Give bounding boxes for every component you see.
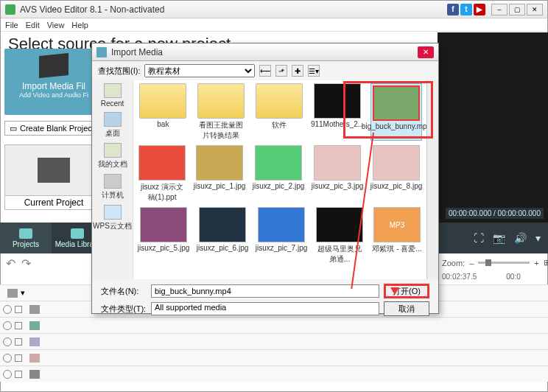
video-track-icon [29, 305, 40, 314]
import-media-tile[interactable]: Import Media Fil Add Video and Audio Fi [4, 49, 103, 115]
menu-help[interactable]: Help [71, 21, 88, 29]
file-item[interactable]: jisuxz_pic_2.jpg [253, 145, 304, 203]
tab-projects[interactable]: Projects [0, 223, 52, 253]
file-grid[interactable]: bak看图王批量图片转换结果软件911Mothers_2...big_buck_… [133, 80, 426, 279]
zoom-slider-thumb[interactable] [485, 259, 491, 266]
cancel-button[interactable]: 取消 [384, 301, 429, 316]
file-label: 邓紫琪 - 喜爱... [372, 244, 421, 254]
file-item[interactable]: MP3邓紫琪 - 喜爱... [372, 207, 422, 265]
main-window: AVS Video Editor 8.1 - Non-activated f t… [0, 0, 548, 392]
place-label: 桌面 [105, 128, 120, 139]
youtube-icon[interactable]: ▶ [474, 4, 485, 15]
place-computer[interactable]: 计算机 [102, 174, 124, 200]
lock-icon[interactable] [15, 371, 22, 378]
file-item[interactable]: jisuxz_pic_1.jpg [194, 145, 245, 203]
file-item[interactable]: big_buck_bunny.mp4 [370, 83, 422, 141]
place-documents[interactable]: 我的文档 [98, 143, 127, 169]
place-wps-cloud[interactable]: WPS云文档 [93, 205, 132, 231]
maximize-button[interactable]: ▢ [509, 4, 525, 15]
video-track-icon [7, 289, 18, 298]
track-row[interactable] [0, 349, 548, 365]
zoom-label: Zoom: [442, 259, 465, 267]
view-button[interactable]: ☰▾ [308, 65, 320, 77]
redo-button[interactable]: ↷ [21, 256, 31, 270]
file-item[interactable]: bak [138, 83, 189, 141]
file-label: 超级马里奥兄弟通... [315, 244, 365, 265]
eye-icon[interactable] [3, 337, 12, 346]
player-controls: ⛶ 📷 🔊 ▾ [438, 223, 548, 253]
menu-file[interactable]: File [5, 21, 18, 29]
cloud-icon [104, 205, 122, 220]
minimize-button[interactable]: – [491, 4, 507, 15]
menu-edit[interactable]: Edit [26, 21, 40, 29]
track-row[interactable] [0, 333, 548, 349]
zoom-slider[interactable] [478, 262, 530, 264]
undo-redo: ↶ ↷ [6, 256, 31, 270]
file-label: jisuxz_pic_7.jpg [256, 244, 308, 252]
file-item[interactable]: 看图王批量图片转换结果 [196, 83, 247, 141]
lookin-label: 查找范围(I): [98, 66, 140, 77]
file-label: big_buck_bunny.mp4 [362, 122, 426, 130]
file-item[interactable]: 超级马里奥兄弟通... [315, 207, 365, 265]
zoom-out-button[interactable]: – [469, 259, 474, 267]
snapshot-icon[interactable]: 📷 [493, 232, 505, 244]
twitter-icon[interactable]: t [460, 4, 472, 15]
file-item[interactable]: 911Mothers_2... [312, 83, 363, 141]
eye-icon[interactable] [3, 354, 12, 363]
facebook-icon[interactable]: f [447, 4, 459, 15]
media-icon [71, 228, 84, 239]
app-title: AVS Video Editor 8.1 - Non-activated [20, 4, 447, 15]
lock-icon[interactable] [15, 322, 22, 329]
scrollbar[interactable] [426, 80, 438, 279]
file-item[interactable]: jisuxz 演示文稿(1).ppt [138, 145, 186, 203]
file-item[interactable]: jisuxz_pic_7.jpg [256, 207, 307, 265]
lock-icon[interactable] [15, 338, 22, 346]
file-item[interactable]: jisuxz_pic_3.jpg [312, 145, 363, 203]
up-button[interactable]: ⬏ [275, 65, 287, 77]
file-item[interactable]: jisuxz_pic_6.jpg [197, 207, 248, 265]
file-item[interactable]: jisuxz_pic_8.jpg [370, 145, 422, 203]
file-item[interactable]: jisuxz_pic_5.jpg [138, 207, 189, 265]
close-button[interactable]: ✕ [527, 4, 543, 15]
track-row[interactable] [0, 365, 548, 382]
folder-icon [104, 83, 122, 98]
file-label: jisuxz_pic_6.jpg [197, 244, 249, 252]
folder-icon [104, 143, 122, 158]
zoom-fit-button[interactable]: ⊞ [544, 258, 548, 267]
menubar: File Edit View Help [1, 18, 547, 32]
undo-button[interactable]: ↶ [6, 256, 15, 270]
zoom-in-button[interactable]: + [534, 259, 538, 267]
dialog-toolbar: 查找范围(I): 教程素材 ⟵ ⬏ ✚ ☰▾ [92, 61, 438, 80]
place-recent[interactable]: Recent [101, 83, 124, 108]
new-folder-button[interactable]: ✚ [292, 65, 303, 77]
file-label: jisuxz_pic_3.jpg [312, 182, 364, 190]
fullscreen-icon[interactable]: ⛶ [474, 232, 484, 244]
back-button[interactable]: ⟵ [259, 65, 271, 77]
chevron-down-icon[interactable]: ▾ [21, 288, 25, 298]
filename-input[interactable] [151, 284, 379, 298]
eye-icon[interactable] [3, 305, 12, 314]
lookin-dropdown[interactable]: 教程素材 [144, 64, 255, 77]
current-project[interactable]: Current Project [4, 144, 103, 210]
document-icon: ▭ [10, 124, 17, 133]
create-blank-project[interactable]: ▭ Create Blank Project [4, 121, 103, 136]
place-label: 我的文档 [98, 159, 127, 169]
menu-view[interactable]: View [47, 21, 65, 29]
settings-icon[interactable]: ▾ [535, 232, 541, 244]
place-label: Recent [101, 99, 124, 108]
effects-track-icon [29, 321, 40, 330]
file-thumb [138, 145, 186, 181]
clapperboard-icon [39, 53, 68, 78]
lock-icon[interactable] [15, 354, 22, 362]
current-project-thumb [4, 144, 103, 196]
place-desktop[interactable]: 桌面 [104, 112, 122, 139]
eye-icon[interactable] [3, 321, 12, 330]
eye-icon[interactable] [3, 370, 12, 379]
lock-icon[interactable] [15, 306, 22, 313]
left-panel: Import Media Fil Add Video and Audio Fi … [4, 49, 103, 210]
open-button[interactable]: 打开(O) [384, 284, 429, 298]
filetype-dropdown[interactable]: All supported media [151, 302, 379, 315]
dialog-close-button[interactable]: ✕ [418, 46, 434, 58]
volume-icon[interactable]: 🔊 [514, 232, 527, 244]
file-item[interactable]: 软件 [253, 83, 304, 141]
